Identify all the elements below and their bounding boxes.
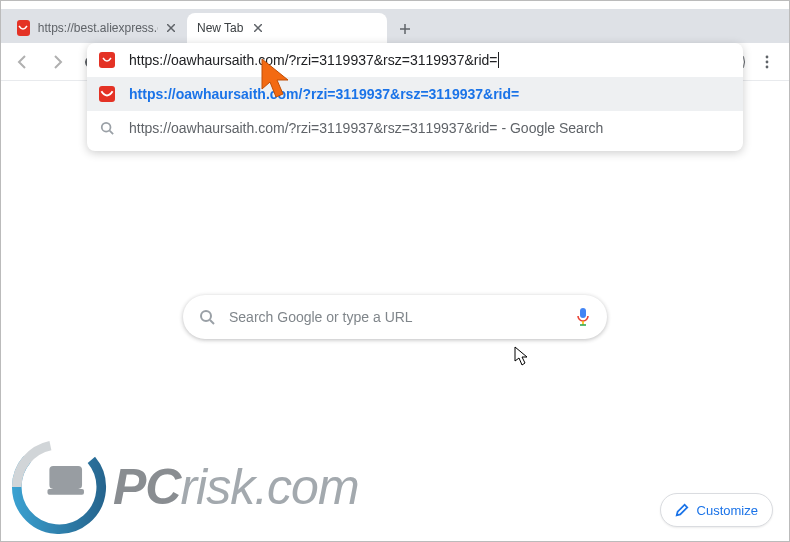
annotation-pointer-icon xyxy=(258,57,300,107)
menu-button[interactable] xyxy=(751,46,783,78)
voice-search-icon[interactable] xyxy=(575,307,591,327)
suggestion-text: https://oawhaursaith.com/?rzi=3119937&rs… xyxy=(129,86,519,102)
svg-rect-23 xyxy=(49,466,82,489)
search-icon xyxy=(199,309,215,325)
svg-point-11 xyxy=(766,55,769,58)
aliexpress-favicon-icon xyxy=(17,20,30,36)
tab-close-button[interactable] xyxy=(166,21,177,35)
svg-rect-18 xyxy=(580,308,586,318)
tab-title: https://best.aliexpress.com/?cv= xyxy=(38,21,158,35)
svg-point-16 xyxy=(201,311,211,321)
new-tab-button[interactable] xyxy=(391,15,419,43)
suggestion-text: https://oawhaursaith.com/?rzi=3119937&rs… xyxy=(129,120,603,136)
suggestion-row[interactable]: https://oawhaursaith.com/?rzi=3119937&rs… xyxy=(87,77,743,111)
svg-point-12 xyxy=(766,60,769,63)
tab-close-button[interactable] xyxy=(251,21,265,35)
search-box[interactable]: Search Google or type a URL xyxy=(183,295,607,339)
pcrisk-logo-icon xyxy=(11,439,107,535)
svg-line-15 xyxy=(110,131,114,135)
svg-line-17 xyxy=(210,320,214,324)
tab-aliexpress[interactable]: https://best.aliexpress.com/?cv= xyxy=(7,13,187,43)
omnibox-input-row[interactable]: https://oawhaursaith.com/?rzi=3119937&rs… xyxy=(87,43,743,77)
svg-point-14 xyxy=(102,123,111,132)
site-favicon-icon xyxy=(99,52,115,68)
tab-new-tab[interactable]: New Tab xyxy=(187,13,387,43)
svg-point-13 xyxy=(766,65,769,68)
watermark-text: PCrisk.com xyxy=(113,458,359,516)
suggestion-row[interactable]: https://oawhaursaith.com/?rzi=3119937&rs… xyxy=(87,111,743,145)
omnibox-dropdown: https://oawhaursaith.com/?rzi=3119937&rs… xyxy=(87,43,743,151)
customize-label: Customize xyxy=(697,503,758,518)
search-placeholder: Search Google or type a URL xyxy=(229,309,575,325)
site-favicon-icon xyxy=(99,86,115,102)
customize-button[interactable]: Customize xyxy=(660,493,773,527)
pencil-icon xyxy=(675,503,689,517)
mouse-cursor-icon xyxy=(514,346,528,370)
forward-button[interactable] xyxy=(41,46,73,78)
watermark: PCrisk.com xyxy=(11,439,359,535)
tab-strip: https://best.aliexpress.com/?cv= New Tab xyxy=(1,9,789,43)
omnibox-value: https://oawhaursaith.com/?rzi=3119937&rs… xyxy=(129,52,731,68)
tab-title: New Tab xyxy=(197,21,243,35)
search-icon xyxy=(99,120,115,136)
back-button[interactable] xyxy=(7,46,39,78)
svg-rect-24 xyxy=(47,489,83,495)
